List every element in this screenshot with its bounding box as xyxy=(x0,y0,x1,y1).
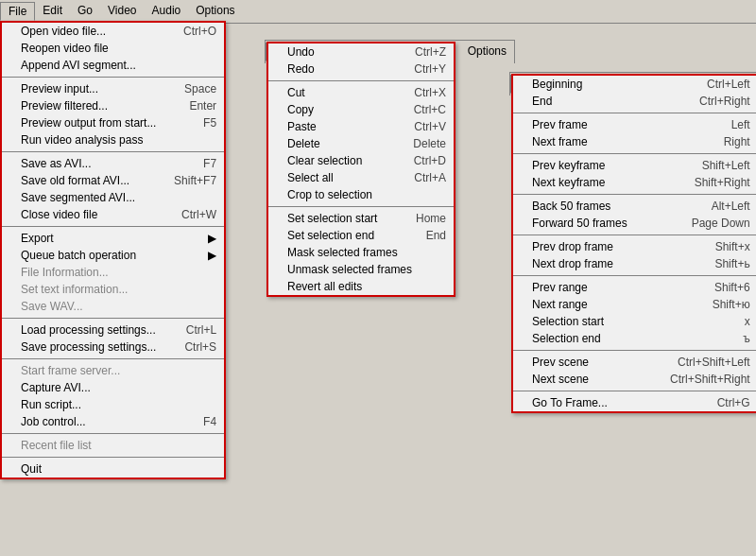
file-save-wav[interactable]: Save WAV... xyxy=(2,298,224,315)
go-forward-50[interactable]: Forward 50 frames Page Down xyxy=(513,215,756,232)
file-recent-list[interactable]: Recent file list xyxy=(2,437,224,454)
go-next-range[interactable]: Next range Shift+ю xyxy=(513,296,756,313)
file-capture-avi[interactable]: Capture AVI... xyxy=(2,379,224,396)
file-preview-input[interactable]: Preview input... Space xyxy=(2,80,224,97)
file-info[interactable]: File Information... xyxy=(2,264,224,281)
file-save-segmented[interactable]: Save segmented AVI... xyxy=(2,189,224,206)
edit-menu-dropdown: Undo Ctrl+Z Redo Ctrl+Y Cut Ctrl+X Copy … xyxy=(266,42,455,297)
go-selection-end[interactable]: Selection end ъ xyxy=(513,330,756,347)
file-preview-output[interactable]: Preview output from start... F5 xyxy=(2,114,224,131)
go-sep-5 xyxy=(513,275,756,276)
separator-3 xyxy=(2,226,224,227)
edit-paste[interactable]: Paste Ctrl+V xyxy=(268,118,454,135)
edit-undo[interactable]: Undo Ctrl+Z xyxy=(268,43,454,61)
edit-unmask-frames[interactable]: Unmask selected frames xyxy=(268,261,454,278)
go-sep-3 xyxy=(513,194,756,195)
edit-menu-bar-options[interactable]: Options xyxy=(460,43,514,61)
file-run-script[interactable]: Run script... xyxy=(2,396,224,413)
file-start-frame-server[interactable]: Start frame server... xyxy=(2,362,224,379)
edit-set-selection-start[interactable]: Set selection start Home xyxy=(268,210,454,227)
separator-1 xyxy=(2,77,224,78)
edit-mask-frames[interactable]: Mask selected frames xyxy=(268,244,454,261)
edit-crop-selection[interactable]: Crop to selection xyxy=(268,186,454,203)
go-prev-frame[interactable]: Prev frame Left xyxy=(513,116,756,133)
file-save-old-avi[interactable]: Save old format AVI... Shift+F7 xyxy=(2,172,224,189)
separator-7 xyxy=(2,457,224,458)
go-sep-6 xyxy=(513,350,756,351)
options-menu-trigger[interactable]: Options xyxy=(188,2,242,21)
go-to-frame[interactable]: Go To Frame... Ctrl+G xyxy=(513,394,756,411)
go-beginning[interactable]: Beginning Ctrl+Left xyxy=(513,76,756,93)
edit-revert-edits[interactable]: Revert all edits xyxy=(268,278,454,295)
edit-clear-selection[interactable]: Clear selection Ctrl+D xyxy=(268,152,454,169)
go-next-drop[interactable]: Next drop frame Shift+ь xyxy=(513,255,756,272)
file-save-avi[interactable]: Save as AVI... F7 xyxy=(2,155,224,172)
separator-4 xyxy=(2,318,224,319)
file-menu-dropdown: Open video file... Ctrl+O Reopen video f… xyxy=(0,21,226,479)
edit-sep-1 xyxy=(268,80,454,81)
edit-menu-trigger[interactable]: Edit xyxy=(35,2,70,21)
edit-cut[interactable]: Cut Ctrl+X xyxy=(268,84,454,101)
file-load-settings[interactable]: Load processing settings... Ctrl+L xyxy=(2,321,224,339)
go-selection-start[interactable]: Selection start x xyxy=(513,313,756,330)
file-append-avi[interactable]: Append AVI segment... xyxy=(2,57,224,74)
separator-5 xyxy=(2,358,224,359)
go-prev-drop[interactable]: Prev drop frame Shift+x xyxy=(513,238,756,255)
file-export[interactable]: Export xyxy=(2,230,224,247)
file-queue-batch[interactable]: Queue batch operation xyxy=(2,247,224,264)
file-set-text-info[interactable]: Set text information... xyxy=(2,281,224,298)
go-next-scene[interactable]: Next scene Ctrl+Shift+Right xyxy=(513,371,756,388)
file-preview-filtered[interactable]: Preview filtered... Enter xyxy=(2,97,224,114)
edit-delete[interactable]: Delete Delete xyxy=(268,135,454,152)
go-back-50[interactable]: Back 50 frames Alt+Left xyxy=(513,198,756,215)
file-job-control[interactable]: Job control... F4 xyxy=(2,413,224,430)
edit-sep-2 xyxy=(268,206,454,207)
audio-menu-trigger[interactable]: Audio xyxy=(145,2,189,21)
go-end[interactable]: End Ctrl+Right xyxy=(513,93,756,110)
edit-copy[interactable]: Copy Ctrl+C xyxy=(268,101,454,118)
file-menu-trigger[interactable]: File xyxy=(0,2,35,21)
edit-set-selection-end[interactable]: Set selection end End xyxy=(268,227,454,244)
file-open-video[interactable]: Open video file... Ctrl+O xyxy=(2,23,224,40)
go-next-frame[interactable]: Next frame Right xyxy=(513,133,756,150)
separator-2 xyxy=(2,151,224,152)
go-next-keyframe[interactable]: Next keyframe Shift+Right xyxy=(513,174,756,191)
file-run-analysis[interactable]: Run video analysis pass xyxy=(2,131,224,148)
go-sep-4 xyxy=(513,235,756,235)
file-close-video[interactable]: Close video file Ctrl+W xyxy=(2,206,224,223)
go-menu-trigger[interactable]: Go xyxy=(70,2,100,21)
edit-redo[interactable]: Redo Ctrl+Y xyxy=(268,61,454,78)
file-reopen-video[interactable]: Reopen video file xyxy=(2,40,224,57)
go-menu-dropdown: Beginning Ctrl+Left End Ctrl+Right Prev … xyxy=(511,74,756,413)
go-sep-7 xyxy=(513,391,756,391)
go-prev-keyframe[interactable]: Prev keyframe Shift+Left xyxy=(513,157,756,174)
video-menu-trigger[interactable]: Video xyxy=(100,2,144,21)
go-sep-1 xyxy=(513,113,756,113)
go-prev-scene[interactable]: Prev scene Ctrl+Shift+Left xyxy=(513,354,756,371)
edit-select-all[interactable]: Select all Ctrl+A xyxy=(268,169,454,186)
go-prev-range[interactable]: Prev range Shift+6 xyxy=(513,279,756,296)
file-save-settings[interactable]: Save processing settings... Ctrl+S xyxy=(2,339,224,356)
separator-6 xyxy=(2,433,224,434)
go-sep-2 xyxy=(513,153,756,154)
file-quit[interactable]: Quit xyxy=(2,460,224,478)
